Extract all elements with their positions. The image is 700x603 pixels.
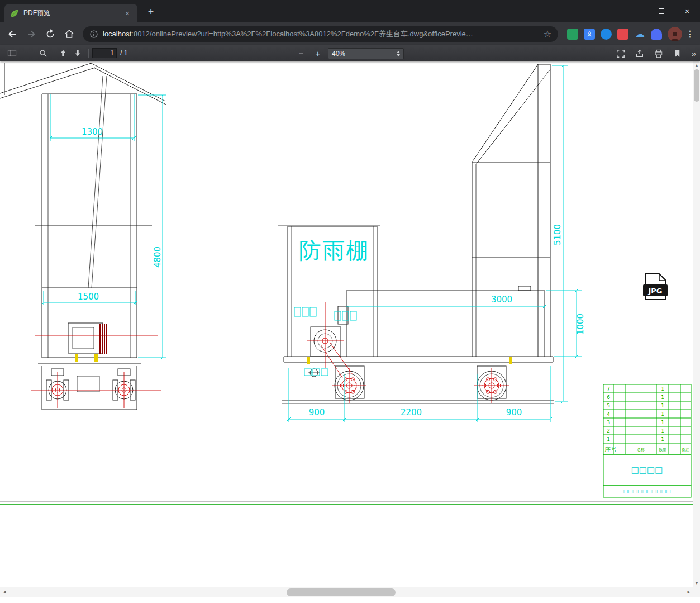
search-icon: [39, 49, 47, 58]
front-view-dimensions: [42, 93, 166, 359]
row-no: 6: [607, 395, 610, 400]
presentation-mode-button[interactable]: [613, 46, 628, 61]
dim-wheelbase-mid: 2200: [401, 407, 422, 417]
extension-translate-icon[interactable]: 文: [584, 29, 595, 40]
page-count-label: / 1: [120, 49, 127, 57]
title-block-drawing-name: □□□□: [631, 465, 663, 475]
extension-cloud-icon[interactable]: ☁: [634, 29, 645, 40]
window-minimize-button[interactable]: –: [623, 0, 649, 22]
row-qty: 1: [661, 428, 664, 434]
side-view-structure: [278, 64, 554, 403]
dim-side-box-height: 1000: [575, 314, 585, 335]
dim-front-lower-width: 1500: [78, 292, 99, 302]
extension-icon-1[interactable]: [567, 29, 578, 40]
home-button[interactable]: [60, 25, 78, 43]
extension-icons: 文 ☁: [567, 29, 662, 40]
row-no: 5: [607, 403, 610, 409]
horizontal-scrollbar[interactable]: ◄ ►: [0, 587, 693, 597]
header-remark: 备注: [682, 447, 689, 452]
sidebar-toggle-button[interactable]: [4, 46, 19, 60]
row-qty: 1: [661, 420, 664, 425]
scroll-down-arrow[interactable]: ▼: [693, 580, 700, 587]
header-name: 名称: [637, 448, 645, 452]
header-qty: 数量: [659, 448, 666, 452]
previous-page-button[interactable]: [56, 46, 70, 60]
page-number-input[interactable]: [92, 48, 117, 58]
forward-icon: [26, 29, 37, 40]
person-icon: [669, 30, 681, 41]
arrow-up-icon: [59, 49, 67, 57]
pdf-page-content: 1300 4800 1500: [0, 61, 693, 587]
download-button[interactable]: [632, 46, 647, 61]
more-tools-button[interactable]: »: [689, 49, 698, 58]
browser-tab[interactable]: PDF预览 ×: [4, 4, 137, 22]
dim-front-width: 1300: [82, 127, 103, 137]
url-text[interactable]: localhost:8012/onlinePreview?url=http%3A…: [103, 29, 539, 39]
title-block-footer: □□□□□□□□□□: [623, 488, 670, 494]
rain-shelter-label: 防雨棚: [299, 238, 369, 263]
dim-wheelbase-right: 900: [506, 407, 522, 417]
sheet-border: [0, 501, 693, 505]
tab-title: PDF预览: [23, 8, 118, 18]
bookmark-star-icon[interactable]: ☆: [544, 29, 551, 39]
window-close-button[interactable]: ×: [674, 0, 700, 22]
find-button[interactable]: [36, 46, 50, 60]
zoom-controls: − + 40%: [294, 45, 404, 61]
forward-button[interactable]: [22, 25, 40, 43]
bookmark-button[interactable]: [670, 46, 685, 61]
next-page-button[interactable]: [70, 46, 85, 60]
sidebar-toggle-icon: [7, 49, 17, 58]
vertical-scrollbar[interactable]: ▲ ▼: [693, 61, 700, 587]
page-info-icon[interactable]: [89, 30, 98, 39]
title-block-grid: [603, 384, 691, 497]
spring-leaf-favicon: [10, 9, 19, 18]
select-caret-icon: [397, 51, 400, 56]
reload-button[interactable]: [41, 25, 59, 43]
zoom-select[interactable]: 40%: [328, 48, 404, 59]
row-no: 1: [607, 436, 610, 442]
scroll-left-arrow[interactable]: ◄: [0, 587, 9, 597]
extension-icon-4[interactable]: [617, 29, 628, 40]
download-icon: [635, 49, 644, 58]
zoom-in-button[interactable]: +: [311, 47, 325, 60]
extension-icon-6[interactable]: [651, 29, 662, 40]
scrollbar-corner: [693, 587, 700, 597]
row-no: 4: [607, 411, 610, 417]
row-no: 7: [607, 386, 610, 392]
window-maximize-button[interactable]: [649, 0, 674, 22]
scroll-right-arrow[interactable]: ►: [684, 587, 693, 597]
front-view-centerlines: [31, 324, 161, 408]
reload-icon: [45, 29, 56, 40]
row-no: 3: [607, 420, 610, 425]
window-controls: – ×: [623, 0, 700, 22]
arrow-down-icon: [74, 49, 82, 57]
highlight-marks: [75, 354, 512, 364]
horizontal-scroll-thumb[interactable]: [287, 588, 396, 596]
zoom-out-button[interactable]: −: [294, 47, 308, 60]
dim-wheelbase-left: 900: [309, 407, 325, 417]
print-button[interactable]: [651, 46, 666, 61]
header-no: 序号: [604, 446, 617, 453]
toolbar-divider: [88, 49, 89, 58]
browser-menu-button[interactable]: ⋮: [683, 29, 697, 39]
extension-icon-3[interactable]: [601, 29, 612, 40]
back-icon: [7, 29, 18, 40]
jpg-badge-label: JPG: [647, 287, 662, 295]
url-bar[interactable]: localhost:8012/onlinePreview?url=http%3A…: [83, 26, 558, 42]
vertical-scroll-thumb[interactable]: [694, 69, 699, 102]
printer-icon: [654, 49, 663, 58]
brake-hatch: [100, 324, 107, 354]
zoom-value: 40%: [332, 50, 397, 58]
url-path: :8012/onlinePreview?url=http%3A%2F%2Floc…: [131, 30, 473, 38]
fullscreen-icon: [616, 49, 625, 58]
row-qty: 1: [661, 436, 664, 442]
dim-side-height: 5100: [553, 224, 563, 245]
row-no: 2: [607, 428, 610, 434]
back-button[interactable]: [3, 25, 21, 43]
tab-close-icon[interactable]: ×: [123, 9, 132, 18]
url-host: localhost: [103, 30, 131, 38]
new-tab-button[interactable]: +: [144, 6, 158, 19]
scroll-up-arrow[interactable]: ▲: [693, 61, 700, 69]
dim-front-height: 4800: [153, 246, 163, 268]
profile-avatar[interactable]: [668, 27, 682, 41]
